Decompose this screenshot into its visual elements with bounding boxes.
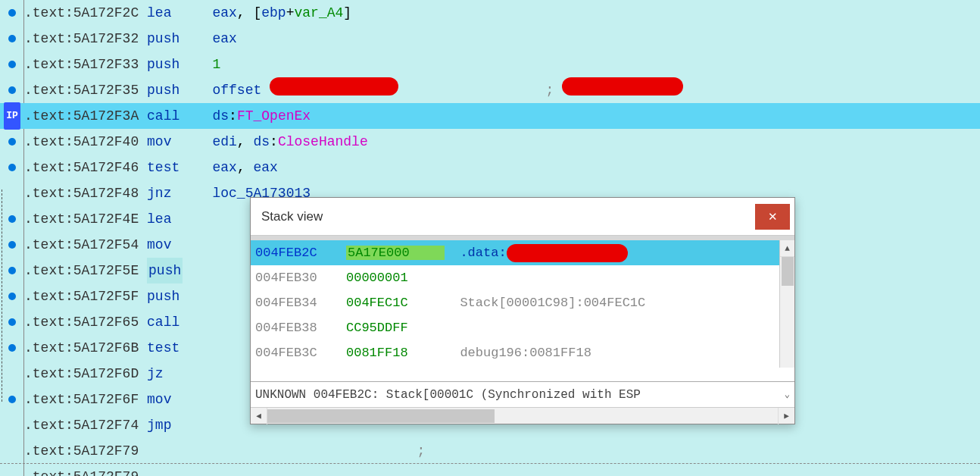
operand: eax	[212, 26, 236, 52]
disasm-line[interactable]: .text:5A172F32 push eax	[0, 26, 980, 52]
line-marker	[0, 283, 24, 309]
stack-address: 004FEB30	[255, 271, 346, 285]
scroll-thumb[interactable]	[782, 257, 794, 286]
segment-label: .text:	[24, 335, 73, 361]
stack-status-text: UNKNOWN 004FEB2C: Stack[00001C (Synchron…	[255, 388, 641, 402]
operand: ,	[237, 155, 254, 180]
mnemonic: push	[147, 258, 183, 283]
breakpoint-dot-icon[interactable]	[8, 396, 16, 403]
stack-row[interactable]: 004FEB34004FEC1C Stack[00001C98]:004FEC1…	[251, 290, 794, 315]
breakpoint-dot-icon[interactable]	[8, 293, 16, 300]
operand: ebp	[261, 0, 286, 26]
line-content: .text:5A172F40 mov edi, ds:CloseHandle	[24, 129, 368, 155]
stack-address: 004FEB34	[255, 296, 346, 310]
mnemonic: push	[147, 26, 179, 52]
disasm-line[interactable]: .text:5A172F40 mov edi, ds:CloseHandle	[0, 129, 980, 155]
segment-label: .text:	[24, 0, 73, 26]
segment-label: .text:	[24, 232, 73, 258]
mnemonic: push	[147, 52, 179, 77]
line-marker	[0, 438, 24, 464]
operand: 1	[212, 52, 220, 77]
mnemonic: test	[147, 335, 179, 361]
segment-label: .text:	[24, 283, 73, 309]
address: 5A172F65	[73, 309, 147, 335]
status-dropdown-icon[interactable]: ⌄	[785, 389, 790, 400]
operand: ]	[343, 0, 351, 26]
ip-badge: IP	[4, 102, 20, 130]
mnemonic: push	[147, 77, 179, 103]
breakpoint-dot-icon[interactable]	[8, 61, 16, 68]
operand: edi	[212, 129, 236, 155]
disasm-line[interactable]: .text:5A172F79 ;	[0, 438, 980, 464]
stack-value: 0081FF18	[346, 346, 445, 360]
disasm-line[interactable]: .text:5A172F79	[0, 464, 980, 476]
line-marker	[0, 129, 24, 155]
stack-address: 004FEB3C	[255, 346, 346, 360]
operand: offset	[212, 77, 270, 103]
breakpoint-dot-icon[interactable]	[8, 86, 16, 94]
disasm-line[interactable]: .text:5A172F46 test eax, eax	[0, 155, 980, 180]
breakpoint-dot-icon[interactable]	[8, 9, 16, 17]
line-content: .text:5A172F6B test	[24, 335, 212, 361]
operand: ds	[253, 129, 270, 155]
address: 5A172F33	[73, 52, 147, 77]
mnemonic: jmp	[147, 412, 171, 438]
segment-label: .text:	[24, 309, 73, 335]
vertical-scrollbar[interactable]: ▲	[779, 240, 794, 368]
operand: ,	[237, 129, 254, 155]
operand: var_A4	[294, 0, 343, 26]
segment-label: .text:	[24, 438, 73, 464]
stack-row[interactable]: 004FEB2C5A17E000 .data:	[251, 240, 794, 265]
breakpoint-dot-icon[interactable]	[8, 344, 16, 352]
line-content: .text:5A172F3A call ds:FT_OpenEx	[24, 103, 311, 129]
stack-address: 004FEB38	[255, 321, 346, 335]
line-content: .text:5A172F74 jmp	[24, 412, 212, 438]
stack-body[interactable]: 004FEB2C5A17E000 .data:004FEB30000000010…	[251, 240, 794, 381]
breakpoint-dot-icon[interactable]	[8, 138, 16, 146]
redacted-region	[270, 77, 398, 96]
address: 5A172F48	[73, 180, 147, 206]
stack-titlebar[interactable]: Stack view ✕	[251, 198, 794, 236]
close-button[interactable]: ✕	[755, 204, 790, 230]
stack-row[interactable]: 004FEB38CC95DDFF	[251, 315, 794, 340]
stack-row[interactable]: 004FEB3C0081FF18 debug196:0081FF18	[251, 340, 794, 365]
segment-label: .text:	[24, 129, 73, 155]
comment: ;	[417, 438, 434, 464]
breakpoint-dot-icon[interactable]	[8, 35, 16, 42]
mnemonic: jnz	[147, 180, 171, 206]
disasm-line[interactable]: .text:5A172F33 push 1	[0, 52, 980, 77]
breakpoint-dot-icon[interactable]	[8, 215, 16, 223]
stack-row[interactable]: 004FEB3000000001	[251, 265, 794, 290]
address: 5A172F5E	[73, 258, 147, 283]
address: 5A172F6D	[73, 361, 147, 387]
segment-label: .text:	[24, 464, 73, 476]
stack-title: Stack view	[261, 209, 323, 224]
operand: :	[229, 103, 237, 129]
breakpoint-dot-icon[interactable]	[8, 241, 16, 249]
line-marker	[0, 26, 24, 52]
scroll-right-icon[interactable]: ▶	[778, 408, 794, 424]
line-marker	[0, 464, 24, 476]
address: 5A172F3A	[73, 103, 147, 129]
line-content: .text:5A172F2C lea eax, [ebp+var_A4]	[24, 0, 351, 26]
horizontal-scrollbar[interactable]: ◀ ▶	[251, 407, 794, 424]
segment-label: .text:	[24, 412, 73, 438]
scroll-up-icon[interactable]: ▲	[780, 240, 794, 257]
close-icon: ✕	[768, 210, 778, 224]
operand: eax	[212, 155, 236, 180]
scroll-thumb-h[interactable]	[267, 409, 495, 423]
line-marker	[0, 206, 24, 232]
mnemonic: lea	[147, 206, 171, 232]
stack-address: 004FEB2C	[255, 246, 346, 260]
disasm-line[interactable]: .text:5A172F2C lea eax, [ebp+var_A4]	[0, 0, 980, 26]
disasm-line[interactable]: .text:5A172F35 push offset ;	[0, 77, 980, 103]
breakpoint-dot-icon[interactable]	[8, 267, 16, 274]
stack-value: 00000001	[346, 271, 445, 285]
breakpoint-dot-icon[interactable]	[8, 318, 16, 326]
line-marker	[0, 258, 24, 283]
breakpoint-dot-icon[interactable]	[8, 164, 16, 171]
scroll-left-icon[interactable]: ◀	[251, 408, 267, 424]
segment-label: .text:	[24, 258, 73, 283]
operand: :	[270, 129, 278, 155]
disasm-line[interactable]: IP.text:5A172F3A call ds:FT_OpenEx	[0, 103, 980, 129]
